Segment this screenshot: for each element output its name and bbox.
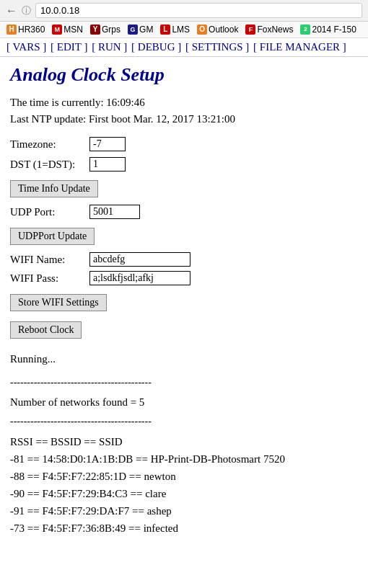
time-info: The time is currently: 16:09:46 Last NTP… xyxy=(10,94,358,127)
wifi-name-input[interactable] xyxy=(89,252,190,267)
wifi-name-label: WIFI Name: xyxy=(10,254,89,266)
timezone-label: Timezone: xyxy=(10,138,89,151)
log-output: Running... -----------------------------… xyxy=(10,350,358,537)
nav-settings[interactable]: [ SETTINGS ] xyxy=(185,41,249,53)
nav-debug[interactable]: [ DEBUG ] xyxy=(131,41,181,53)
divider2: ----------------------------------------… xyxy=(10,414,358,429)
bookmark-f150[interactable]: 2 2014 F-150 xyxy=(298,24,358,35)
wifi-pass-label: WIFI Pass: xyxy=(10,272,89,285)
dst-input[interactable] xyxy=(89,157,126,172)
nav-run[interactable]: [ RUN ] xyxy=(92,41,127,53)
udp-input[interactable] xyxy=(89,205,140,219)
log-header: RSSI == BSSID == SSID xyxy=(10,433,358,450)
udp-update-button[interactable]: UDPPort Update xyxy=(10,228,95,245)
bookmark-lms[interactable]: L LMS xyxy=(158,24,192,35)
bookmark-outlook[interactable]: O Outlook xyxy=(195,24,240,35)
main-content: Analog Clock Setup The time is currently… xyxy=(0,57,368,544)
log-entry-0: -81 == 14:58:D0:1A:1B:DB == HP-Print-DB-… xyxy=(10,450,358,468)
divider1: ----------------------------------------… xyxy=(10,375,358,391)
bookmark-icon-msn: M xyxy=(52,24,62,35)
udp-row: UDP Port: xyxy=(10,205,358,219)
nav-vars[interactable]: [ VARS ] xyxy=(6,41,46,53)
url-bar[interactable] xyxy=(35,3,362,18)
bookmark-icon-outlook: O xyxy=(197,24,207,35)
wifi-name-row: WIFI Name: xyxy=(10,252,358,267)
timezone-input[interactable] xyxy=(89,137,126,151)
log-entry-3: -91 == F4:5F:F7:29:DA:F7 == ashep xyxy=(10,502,358,520)
bookmark-icon-hr360: H xyxy=(6,24,17,35)
status-text: Running... xyxy=(10,350,358,368)
nav-file-manager[interactable]: [ FILE MANAGER ] xyxy=(253,41,346,53)
reboot-clock-button[interactable]: Reboot Clock xyxy=(10,321,82,339)
log-entry-1: -88 == F4:5F:F7:22:85:1D == newton xyxy=(10,468,358,485)
udp-label: UDP Port: xyxy=(10,206,89,218)
back-button[interactable]: ← xyxy=(6,4,17,17)
dst-row: DST (1=DST): xyxy=(10,157,358,172)
bookmark-icon-foxnews: F xyxy=(245,24,255,35)
bookmark-grps[interactable]: Y Grps xyxy=(88,24,123,35)
timezone-row: Timezone: xyxy=(10,137,358,151)
browser-bar: ← ⓘ xyxy=(0,0,368,22)
wifi-pass-row: WIFI Pass: xyxy=(10,271,358,285)
ntp-update: Last NTP update: First boot Mar. 12, 201… xyxy=(10,111,358,128)
nav-bar: [ VARS ] [ EDIT ] [ RUN ] [ DEBUG ] [ SE… xyxy=(0,38,368,57)
bookmark-msn[interactable]: M MSN xyxy=(50,24,85,35)
bookmark-icon-gm: G xyxy=(128,24,138,35)
nav-edit[interactable]: [ EDIT ] xyxy=(51,41,87,53)
bookmarks-bar: H HR360 M MSN Y Grps G GM L LMS O Outloo… xyxy=(0,22,368,38)
networks-found: Number of networks found = 5 xyxy=(10,393,358,411)
log-entry-4: -73 == F4:5F:F7:36:8B:49 == infected xyxy=(10,520,358,537)
store-wifi-button[interactable]: Store WIFI Settings xyxy=(10,294,107,311)
current-time: The time is currently: 16:09:46 xyxy=(10,94,358,111)
bookmark-icon-f150: 2 xyxy=(300,24,310,35)
bookmark-icon-grps: Y xyxy=(90,24,100,35)
log-entry-2: -90 == F4:5F:F7:29:B4:C3 == clare xyxy=(10,485,358,502)
bookmark-hr360[interactable]: H HR360 xyxy=(4,24,47,35)
bookmark-foxnews[interactable]: F FoxNews xyxy=(243,24,295,35)
bookmark-icon-lms: L xyxy=(160,24,170,35)
dst-label: DST (1=DST): xyxy=(10,159,89,171)
page-title: Analog Clock Setup xyxy=(10,64,358,86)
bookmark-gm[interactable]: G GM xyxy=(126,24,155,35)
time-update-button[interactable]: Time Info Update xyxy=(10,180,98,197)
wifi-pass-input[interactable] xyxy=(89,271,190,285)
info-icon: ⓘ xyxy=(22,4,31,17)
